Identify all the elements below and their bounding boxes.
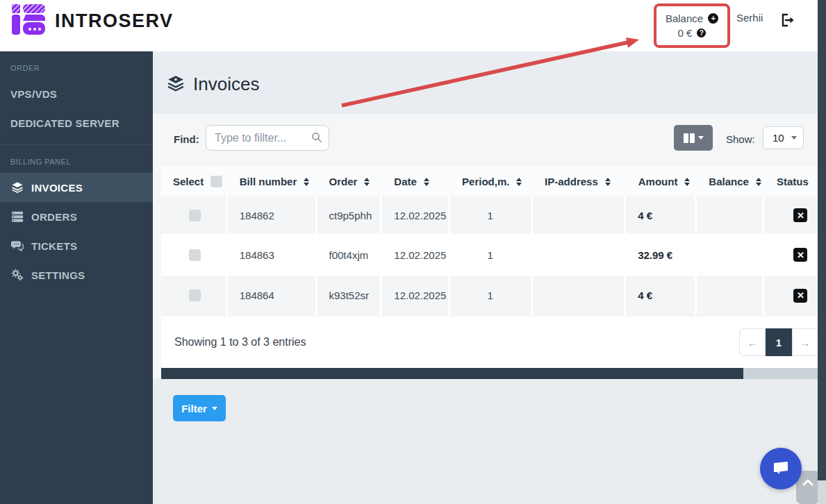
page-size-select[interactable]: 10 (763, 126, 804, 149)
sidebar-item-label: SETTINGS (31, 269, 85, 281)
sidebar-item-tickets[interactable]: TICKETS (0, 231, 153, 260)
horizontal-scrollbar-thumb[interactable] (161, 368, 743, 379)
sidebar-item-label: ORDERS (31, 211, 77, 223)
pagination-prev-button[interactable]: ← (739, 328, 766, 356)
user-menu[interactable]: Serhii (736, 12, 763, 24)
sidebar-item-orders[interactable]: ORDERS (0, 202, 153, 231)
chevron-down-icon (791, 136, 797, 140)
brand-name: INTROSERV (55, 10, 174, 32)
column-header-amount[interactable]: Amount (627, 176, 697, 187)
pagination-next-button[interactable]: → (792, 328, 818, 356)
pagination: ← 1 → (739, 328, 818, 356)
app-root: INTROSERV Balance + 0 € ? Serhii ORDER V… (0, 0, 826, 504)
sidebar-item-invoices[interactable]: INVOICES (0, 173, 153, 202)
sidebar-section-order: ORDER (0, 51, 153, 79)
sort-icon[interactable] (756, 178, 761, 186)
sidebar-item-label: VPS/VDS (10, 88, 57, 100)
cell-ip-address (533, 276, 627, 315)
sidebar-item-label: INVOICES (31, 182, 83, 194)
logout-icon (779, 12, 796, 28)
pagination-page-1[interactable]: 1 (766, 328, 792, 356)
status-unpaid-icon: ✕ (793, 208, 807, 222)
balance-widget[interactable]: Balance + 0 € ? (654, 3, 730, 48)
sort-icon[interactable] (424, 178, 429, 186)
cell-date: 12.02.2025 (382, 196, 450, 234)
cell-date: 12.02.2025 (382, 236, 450, 274)
cell-amount: 32.99 € (626, 236, 697, 274)
balance-value: 0 € (678, 27, 693, 39)
sort-icon[interactable] (516, 178, 522, 186)
logout-button[interactable] (779, 12, 796, 28)
cell-bill-number: 184862 (228, 196, 317, 234)
column-visibility-button[interactable] (674, 125, 713, 151)
row-checkbox[interactable] (189, 249, 201, 261)
filter-button[interactable]: Filter (173, 395, 226, 421)
column-header-ip-address[interactable]: IP-address (533, 176, 627, 187)
chat-bubble-icon (770, 459, 791, 478)
table-row: 184864 k93t52sr 12.02.2025 1 4 € ✕ (161, 276, 826, 315)
page-size-value: 10 (773, 132, 784, 144)
cell-order: f00t4xjm (317, 236, 383, 274)
invoices-table: Select Bill number Order Date Period,m. (161, 167, 826, 315)
sort-icon[interactable] (364, 178, 370, 186)
cell-ip-address (533, 196, 627, 234)
invoices-page-icon (167, 74, 185, 95)
show-label: Show: (726, 133, 755, 145)
sidebar-item-label: DEDICATED SERVER (10, 117, 119, 129)
cell-amount: 4 € (626, 196, 697, 234)
sidebar-item-vps-vds[interactable]: VPS/VDS (0, 79, 153, 108)
sidebar: ORDER VPS/VDS DEDICATED SERVER BILLING P… (0, 51, 153, 504)
orders-icon (10, 210, 24, 224)
title-band: Invoices (153, 51, 826, 114)
table-toolbar: Find: Show: 10 (153, 114, 826, 162)
invoices-icon (10, 180, 24, 194)
sort-icon[interactable] (304, 178, 309, 186)
select-all-checkbox[interactable] (210, 176, 222, 187)
cell-bill-number: 184863 (228, 236, 317, 274)
column-header-order[interactable]: Order (317, 176, 383, 187)
vertical-scrollbar-thumb[interactable] (818, 0, 826, 480)
status-unpaid-icon: ✕ (793, 248, 807, 262)
balance-label: Balance (666, 12, 703, 24)
column-header-period[interactable]: Period,m. (450, 176, 533, 187)
lower-area: Filter (153, 379, 826, 504)
column-header-bill-number[interactable]: Bill number (228, 176, 317, 187)
column-header-balance[interactable]: Balance (697, 176, 765, 187)
cell-order: ct9p5phh (317, 196, 383, 234)
cell-amount: 4 € (626, 276, 697, 315)
page-title: Invoices (193, 74, 259, 95)
tickets-icon (10, 239, 24, 253)
sort-icon[interactable] (684, 178, 690, 186)
cell-balance (697, 196, 765, 234)
sidebar-item-settings[interactable]: SETTINGS (0, 260, 153, 289)
table-row: 184862 ct9p5phh 12.02.2025 1 4 € ✕ (161, 196, 826, 236)
table-footer: Showing 1 to 3 of 3 entries ← 1 → (161, 317, 826, 368)
balance-help-icon[interactable]: ? (697, 28, 706, 37)
row-checkbox[interactable] (189, 289, 201, 301)
cell-ip-address (533, 236, 627, 274)
settings-icon (10, 268, 24, 282)
columns-icon (684, 133, 695, 143)
column-header-date[interactable]: Date (382, 176, 450, 187)
main-content: Invoices Find: Show: 10 (153, 51, 826, 504)
column-header-select: Select (161, 176, 228, 187)
chevron-down-icon (698, 136, 704, 140)
chevron-up-icon (802, 479, 813, 486)
row-checkbox[interactable] (189, 210, 201, 221)
cell-balance (697, 236, 765, 274)
chevron-down-icon (212, 407, 217, 410)
sort-icon[interactable] (605, 178, 611, 186)
chat-widget-button[interactable] (760, 448, 802, 489)
sidebar-item-label: TICKETS (31, 240, 77, 252)
vertical-scrollbar-track[interactable] (818, 0, 826, 504)
sidebar-item-dedicated-server[interactable]: DEDICATED SERVER (0, 108, 153, 137)
cell-period: 1 (450, 276, 533, 315)
status-unpaid-icon: ✕ (793, 289, 807, 303)
top-header: INTROSERV Balance + 0 € ? Serhii (0, 0, 826, 51)
column-header-status[interactable]: Status (765, 176, 826, 187)
add-funds-icon[interactable]: + (708, 13, 718, 24)
horizontal-scrollbar-track[interactable] (161, 368, 826, 379)
cell-period: 1 (450, 196, 533, 234)
filter-search-input[interactable] (206, 125, 329, 151)
brand-logo[interactable]: INTROSERV (10, 3, 174, 39)
